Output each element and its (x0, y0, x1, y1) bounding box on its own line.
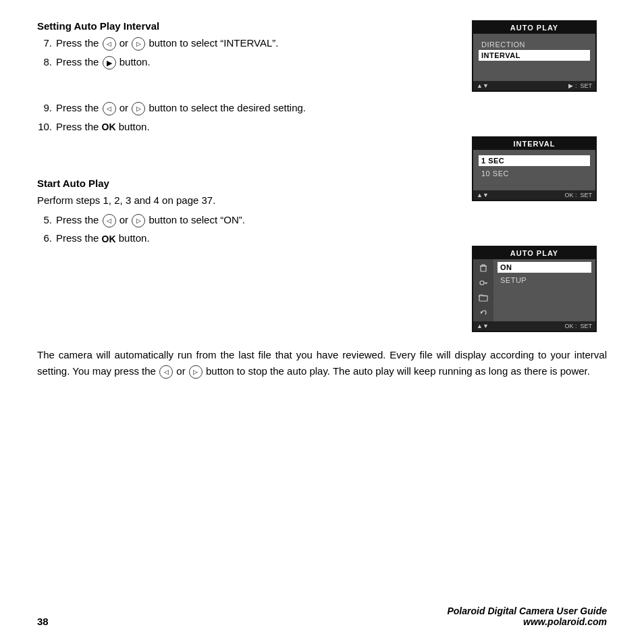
step-10-num: 10. (37, 119, 52, 135)
screen2-footer: ▲▼ OK : SET (473, 190, 595, 200)
screen1-footer: ▲▼ ▶ : SET (473, 81, 595, 90)
step-7-num: 7. (37, 36, 52, 51)
step-7: 7. Press the ◁ or ▷ button to select “IN… (37, 36, 458, 51)
step-8: 8. Press the ▶ button. (37, 55, 458, 70)
svg-rect-6 (479, 296, 487, 301)
section2-intro: Perform steps 1, 2, 3 and 4 on page 37. (37, 193, 458, 209)
page-footer: 38 Polaroid Digital Camera User Guide ww… (37, 606, 607, 627)
screen3-footer: ▲▼ OK : SET (473, 321, 595, 331)
step-8-num: 8. (37, 55, 52, 70)
step-5-text: Press the ◁ or ▷ button to select “ON”. (56, 213, 458, 228)
screen3-nav-arrows: ▲▼ (477, 323, 489, 329)
step-6-text: Press the OK button. (56, 231, 458, 246)
step-9-num: 9. (37, 101, 52, 116)
screen2-item-1sec: 1 SEC (479, 155, 590, 166)
section2-block: Start Auto Play Perform steps 1, 2, 3 an… (37, 178, 458, 246)
right-button-icon-2: ▷ (132, 102, 145, 115)
screen3-set-label: OK : SET (564, 323, 592, 329)
section1-block: Setting Auto Play Interval 7. Press the … (37, 20, 458, 70)
right-button-icon-3: ▷ (132, 214, 145, 227)
screen3-title: AUTO PLAY (473, 247, 595, 259)
screen1-body: DIRECTION INTERVAL (473, 34, 595, 81)
right-button-icon-1: ▷ (132, 37, 145, 51)
step-9: 9. Press the ◁ or ▷ button to select the… (37, 101, 458, 116)
svg-rect-0 (481, 266, 486, 271)
page: Setting Auto Play Interval 7. Press the … (0, 0, 644, 644)
screen3-item-on: ON (498, 262, 591, 273)
left-button-icon-1: ◁ (103, 37, 116, 51)
left-button-icon-3: ◁ (103, 214, 116, 227)
section1-heading: Setting Auto Play Interval (37, 20, 458, 32)
screen2-set-label: OK : SET (564, 192, 592, 198)
footer-brand: Polaroid Digital Camera User Guide www.p… (447, 606, 607, 627)
play-button-icon-1: ▶ (103, 56, 116, 70)
section1-steps2-block: 9. Press the ◁ or ▷ button to select the… (37, 101, 458, 134)
footer-brand-line1: Polaroid Digital Camera User Guide (447, 606, 607, 616)
screen2-title: INTERVAL (473, 138, 595, 150)
screen3-lcd: AUTO PLAY (472, 246, 597, 332)
footer-brand-line2: www.polaroid.com (447, 616, 607, 627)
step-8-text: Press the ▶ button. (56, 55, 458, 70)
screen3-icon-key (476, 277, 491, 289)
step-10: 10. Press the OK button. (37, 119, 458, 135)
section2-intro-text: Perform steps 1, 2, 3 and 4 on page 37. (37, 194, 215, 206)
step-5: 5. Press the ◁ or ▷ button to select “ON… (37, 213, 458, 228)
step-7-text: Press the ◁ or ▷ button to select “INTER… (56, 36, 458, 51)
section2-heading: Start Auto Play (37, 178, 458, 189)
ok-button-label-2: OK (102, 232, 116, 246)
screen3-item-setup: SETUP (498, 275, 591, 286)
screen3-icons-col (473, 259, 493, 321)
page-number: 38 (37, 616, 49, 627)
screen1-title: AUTO PLAY (473, 22, 595, 34)
left-button-icon-bottom: ◁ (159, 365, 173, 379)
left-button-icon-2: ◁ (103, 102, 116, 115)
screen3-icon-trash (476, 262, 491, 274)
screen2-lcd: INTERVAL 1 SEC 10 SEC ▲▼ OK : SET (472, 136, 597, 201)
screen-spacer-2 (472, 213, 607, 234)
step-6-num: 6. (37, 231, 52, 246)
screen1-nav-arrows: ▲▼ (477, 82, 489, 89)
right-column: AUTO PLAY DIRECTION INTERVAL ▲▼ ▶ : SET … (472, 20, 607, 332)
screen2-body: 1 SEC 10 SEC (473, 150, 595, 190)
right-button-icon-bottom: ▷ (189, 365, 203, 379)
step-9-text: Press the ◁ or ▷ button to select the de… (56, 101, 458, 116)
step-5-num: 5. (37, 213, 52, 228)
bottom-text-part2: button to stop the auto play. The auto p… (206, 365, 590, 377)
screen1-item-direction: DIRECTION (479, 39, 590, 50)
screen3-menu-col: ON SETUP (493, 259, 595, 321)
main-content: Setting Auto Play Interval 7. Press the … (37, 20, 607, 332)
screen3-icon-back (476, 306, 491, 319)
step-6: 6. Press the OK button. (37, 231, 458, 246)
bottom-text-or: or (176, 365, 188, 377)
bottom-paragraph: The camera will automatically run from t… (37, 347, 607, 379)
screen1-lcd: AUTO PLAY DIRECTION INTERVAL ▲▼ ▶ : SET (472, 20, 597, 92)
screen3-icon-folder (476, 292, 491, 304)
step-10-text: Press the OK button. (56, 119, 458, 135)
left-column: Setting Auto Play Interval 7. Press the … (37, 20, 472, 332)
screen1-set-label: ▶ : SET (568, 82, 592, 89)
ok-button-label-1: OK (102, 120, 116, 134)
screen3-body: ON SETUP (473, 259, 595, 321)
screen1-item-interval: INTERVAL (479, 50, 590, 61)
screen2-item-10sec: 10 SEC (479, 168, 590, 179)
screen-spacer-1 (472, 104, 607, 124)
svg-point-3 (480, 281, 484, 285)
screen2-nav-arrows: ▲▼ (477, 192, 489, 198)
